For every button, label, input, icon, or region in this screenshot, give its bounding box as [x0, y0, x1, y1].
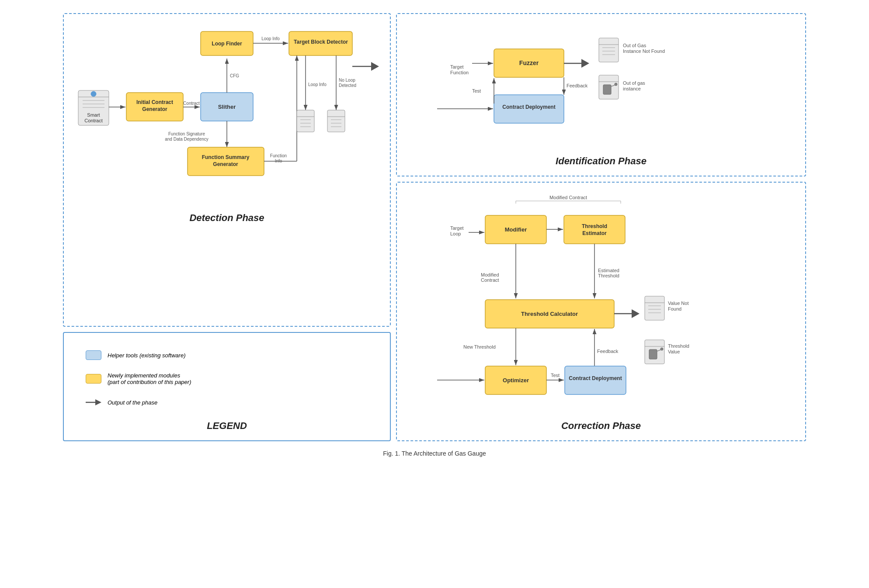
legend-swatch-blue [86, 350, 101, 360]
identification-phase-box: Target Function Fuzzer Contract Deployme… [396, 13, 806, 176]
left-panel: Smart Contract Initial Contract Generato… [63, 13, 391, 441]
svg-text:Target Block Detector: Target Block Detector [294, 39, 348, 45]
svg-text:Smart: Smart [87, 112, 100, 118]
svg-text:Instance Not Found: Instance Not Found [623, 48, 665, 54]
svg-text:Threshold: Threshold [598, 273, 619, 278]
detection-phase-svg: Smart Contract Initial Contract Generato… [73, 23, 381, 206]
legend-title: LEGEND [77, 420, 377, 432]
correction-phase-box: Modified Contract Target Loop Modifier [396, 182, 806, 441]
main-diagram: Smart Contract Initial Contract Generato… [63, 13, 806, 441]
legend-swatch-yellow [86, 374, 101, 384]
svg-text:Function: Function [450, 70, 469, 75]
svg-text:Contract Deployment: Contract Deployment [569, 375, 622, 381]
svg-text:Loop Info: Loop Info [261, 36, 280, 41]
svg-text:instance: instance [623, 86, 641, 91]
figure-caption: Fig. 1. The Architecture of Gas Gauge [383, 450, 486, 457]
legend-label-yellow: Newly implemented modules (part of contr… [108, 372, 191, 385]
svg-marker-45 [371, 62, 379, 71]
svg-text:Test: Test [551, 373, 560, 378]
smart-contract-node: Smart Contract [78, 90, 109, 125]
svg-text:Generator: Generator [213, 161, 238, 167]
svg-text:Value Not: Value Not [668, 301, 689, 306]
svg-text:Estimator: Estimator [582, 230, 607, 236]
svg-rect-63 [599, 38, 619, 62]
legend-box: Helper tools (existing software) Newly i… [63, 332, 391, 441]
threshold-estimator-node [564, 215, 625, 244]
svg-rect-106 [645, 296, 664, 320]
svg-text:Out of Gas: Out of Gas [623, 43, 647, 48]
svg-text:Modifier: Modifier [505, 226, 527, 233]
svg-text:Contract: Contract [84, 118, 103, 123]
legend-item-yellow: Newly implemented modules (part of contr… [86, 372, 368, 385]
svg-text:Initial Contract: Initial Contract [136, 99, 173, 105]
identification-phase-title: Identification Phase [406, 156, 796, 167]
correction-phase-svg: Modified Contract Target Loop Modifier [406, 191, 796, 414]
detection-phase-title: Detection Phase [73, 212, 381, 224]
svg-point-7 [91, 91, 96, 97]
svg-text:New Threshold: New Threshold [463, 344, 496, 349]
svg-text:Loop: Loop [450, 231, 461, 236]
svg-text:Test: Test [472, 88, 481, 93]
legend-item-blue: Helper tools (existing software) [86, 350, 368, 360]
svg-text:Optimizer: Optimizer [503, 377, 529, 384]
svg-text:Target: Target [450, 64, 464, 69]
svg-text:CFG: CFG [230, 73, 239, 78]
svg-text:Info: Info [275, 159, 282, 163]
svg-text:Contract Deployment: Contract Deployment [502, 104, 555, 110]
legend-label-arrow: Output of the phase [108, 399, 157, 406]
svg-text:Found: Found [668, 306, 681, 311]
svg-rect-72 [603, 85, 611, 94]
svg-text:Threshold: Threshold [582, 223, 607, 229]
svg-text:Fuzzer: Fuzzer [519, 59, 539, 66]
svg-text:Target: Target [450, 225, 464, 231]
svg-marker-97 [632, 309, 640, 318]
svg-text:Estimated: Estimated [598, 268, 619, 273]
svg-text:Out of gas: Out of gas [623, 80, 645, 86]
svg-text:Modified: Modified [481, 272, 499, 277]
svg-rect-39 [327, 110, 345, 132]
svg-text:and Data Dependency: and Data Dependency [165, 137, 209, 142]
svg-rect-34 [297, 110, 314, 132]
svg-text:Threshold Calculator: Threshold Calculator [521, 311, 578, 317]
svg-text:Contract: Contract [481, 277, 499, 283]
svg-text:Feedback: Feedback [597, 349, 619, 354]
legend-label-blue: Helper tools (existing software) [108, 352, 185, 359]
svg-point-117 [660, 348, 663, 350]
svg-text:Feedback: Feedback [567, 83, 588, 88]
svg-text:Detected: Detected [339, 83, 356, 88]
svg-text:Function Summary: Function Summary [202, 154, 250, 160]
identification-phase-svg: Target Function Fuzzer Contract Deployme… [406, 23, 796, 149]
svg-text:Function Signature: Function Signature [168, 131, 205, 136]
svg-text:Modified Contract: Modified Contract [549, 195, 587, 200]
svg-marker-49 [95, 399, 101, 405]
svg-text:Slither: Slither [218, 104, 236, 110]
svg-text:Generator: Generator [142, 106, 167, 112]
detection-phase-box: Smart Contract Initial Contract Generato… [63, 13, 391, 327]
svg-point-74 [615, 83, 617, 86]
svg-text:Value: Value [668, 349, 680, 354]
svg-text:Loop Finder: Loop Finder [212, 41, 242, 47]
svg-marker-56 [581, 59, 589, 68]
svg-text:Threshold: Threshold [668, 343, 689, 349]
legend-item-arrow: Output of the phase [86, 398, 368, 407]
correction-phase-title: Correction Phase [406, 420, 796, 432]
svg-rect-115 [649, 349, 657, 359]
right-panel: Target Function Fuzzer Contract Deployme… [396, 13, 806, 441]
svg-text:Loop Info: Loop Info [308, 82, 327, 87]
svg-text:No Loop: No Loop [339, 78, 355, 83]
svg-text:Contract: Contract [183, 101, 200, 106]
output-arrow-legend-icon [86, 398, 101, 407]
svg-text:Function: Function [270, 153, 287, 158]
